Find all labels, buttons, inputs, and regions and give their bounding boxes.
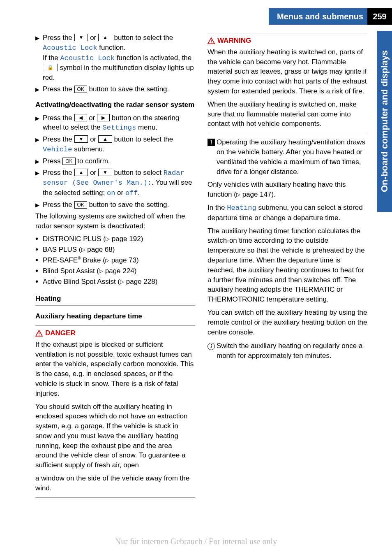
list-item: • PRE-SAFE® Brake (▷ page 73): [35, 255, 195, 265]
danger-para-2: You should switch off the auxiliary heat…: [35, 402, 195, 471]
text: DISTRONIC PLUS (: [43, 235, 106, 243]
text: or: [88, 135, 98, 143]
para-heating-submenu: In the Heating submenu, you can select a…: [208, 203, 367, 223]
divider: [208, 33, 367, 33]
text: symbol in the multifunction display ligh…: [43, 64, 194, 81]
text: page 228): [124, 278, 157, 285]
step-text: Press OK to confirm.: [43, 156, 195, 166]
text: page 147).: [240, 190, 276, 198]
watermark: Nur für internen Gebrauch / For internal…: [0, 536, 392, 547]
text: Press the: [43, 135, 74, 143]
text: or: [88, 34, 98, 42]
text: Blind Spot Assist (: [43, 267, 99, 275]
text: page 68): [85, 246, 115, 253]
down-button-icon: ▼: [98, 169, 112, 176]
bullet-icon: •: [35, 234, 43, 244]
danger-continuation: a window on the side of the vehicle away…: [35, 473, 195, 493]
notice-icon: !: [208, 137, 217, 176]
text: menu.: [136, 123, 157, 131]
heating-heading: Heating: [35, 294, 195, 306]
text: button to select the: [112, 135, 173, 143]
mono-on: on: [107, 189, 115, 197]
text: Only vehicles with auxiliary heating hav…: [208, 181, 346, 198]
step-marker-icon: ▶: [35, 84, 43, 94]
notice-text: Operating the auxiliary heating/ventilat…: [217, 137, 367, 176]
page-ref-icon: ▷: [120, 278, 124, 285]
list-item: • Blind Spot Assist (▷ page 224): [35, 266, 195, 276]
important-notice: ! Operating the auxiliary heating/ventil…: [208, 137, 367, 176]
mono-heating: Heating: [227, 204, 256, 212]
step-save-setting: ▶ Press the OK button to save the settin…: [35, 84, 195, 94]
page-ref-icon: ▷: [105, 257, 109, 264]
text: or: [88, 169, 98, 176]
text: In the: [208, 204, 227, 211]
svg-point-3: [211, 43, 212, 44]
text: page 73): [109, 256, 139, 264]
mono-acoustic-lock: Acoustic Lock: [43, 44, 97, 52]
up-button-icon: ▲: [74, 169, 88, 176]
mono-acoustic-lock: Acoustic Lock: [60, 54, 115, 62]
content-area: ▶ Press the ▼ or ▲ button to select the …: [35, 33, 367, 528]
page-ref-icon: ▷: [236, 191, 240, 198]
side-tab: On-board computer and displays: [377, 31, 392, 212]
radar-heading: Activating/deactivating the radar sensor…: [35, 100, 195, 110]
text: function.: [97, 44, 126, 51]
step-radar-select: ▶ Press the ▲ or ▼ button to select Rada…: [35, 168, 195, 198]
step-marker-icon: ▶: [35, 113, 43, 133]
page-ref-icon: ▷: [106, 235, 110, 243]
text: page 192): [110, 235, 143, 243]
step-acoustic-select: ▶ Press the ▼ or ▲ button to select the …: [35, 33, 195, 83]
divider: [35, 497, 195, 498]
step-marker-icon: ▶: [35, 200, 43, 210]
text: submenu.: [72, 145, 104, 153]
page-ref-icon: ▷: [81, 246, 85, 253]
up-button-icon: ▲: [98, 135, 112, 143]
text: function is activated, the: [115, 54, 191, 62]
list-item: • BAS PLUS (▷ page 68): [35, 245, 195, 255]
text: page 224): [103, 267, 136, 275]
para-only-vehicles: Only vehicles with auxiliary heating hav…: [208, 180, 367, 200]
text: Press the: [43, 114, 74, 122]
step-text: Press the OK button to save the setting.: [43, 84, 195, 94]
list-item: • Active Blind Spot Assist (▷ page 228): [35, 277, 195, 287]
step-text: Press the ▲ or ▼ button to select Radar …: [43, 168, 195, 198]
text: PRE-SAFE: [43, 256, 78, 264]
step-vehicle-submenu: ▶ Press the ▼ or ▲ button to select the …: [35, 135, 195, 155]
mono-vehicle: Vehicle: [43, 146, 72, 153]
text: to confirm.: [76, 157, 110, 165]
danger-label: DANGER: [35, 328, 195, 338]
up-button-icon: ▲: [98, 34, 112, 41]
ok-button-icon: OK: [74, 201, 87, 209]
mono-off: off: [125, 189, 138, 197]
bullet-icon: •: [35, 245, 43, 255]
para-switch-off: You can switch off the auxiliary heating…: [208, 308, 367, 337]
warning-triangle-icon: [208, 37, 215, 44]
divider: [208, 133, 367, 133]
bullet-text: PRE-SAFE® Brake (▷ page 73): [43, 255, 195, 265]
text: Brake (: [81, 256, 105, 264]
info-icon: i: [208, 343, 215, 350]
bullet-icon: •: [35, 277, 43, 287]
exclamation-icon: !: [208, 139, 215, 146]
ok-button-icon: OK: [74, 86, 87, 93]
header-bar: Menus and submenus 259: [269, 8, 392, 25]
aux-heading: Auxiliary heating departure time: [35, 311, 195, 321]
bullet-text: DISTRONIC PLUS (▷ page 192): [43, 234, 195, 244]
header-title: Menus and submenus: [277, 11, 367, 22]
text: BAS PLUS (: [43, 246, 81, 253]
bullet-text: BAS PLUS (▷ page 68): [43, 245, 195, 255]
down-button-icon: ▼: [74, 135, 88, 143]
warning-para-1: When the auxiliary heating is switched o…: [208, 47, 367, 96]
step-text: Press the ▼ or ▲ button to select the Ac…: [43, 33, 195, 83]
text: Press: [43, 157, 62, 165]
step-marker-icon: ▶: [35, 33, 43, 83]
danger-text: DANGER: [45, 329, 76, 337]
text: Press the: [43, 85, 74, 93]
text: button to select: [112, 169, 164, 176]
text: button to select the: [112, 34, 173, 42]
notice-text: Switch the auxiliary heating on regularl…: [217, 341, 367, 361]
text: button to save the setting.: [87, 201, 169, 209]
bullet-icon: •: [35, 255, 43, 265]
text: or: [87, 114, 97, 122]
step-settings-menu: ▶ Press the ◀ or ▶ button on the steerin…: [35, 113, 195, 133]
